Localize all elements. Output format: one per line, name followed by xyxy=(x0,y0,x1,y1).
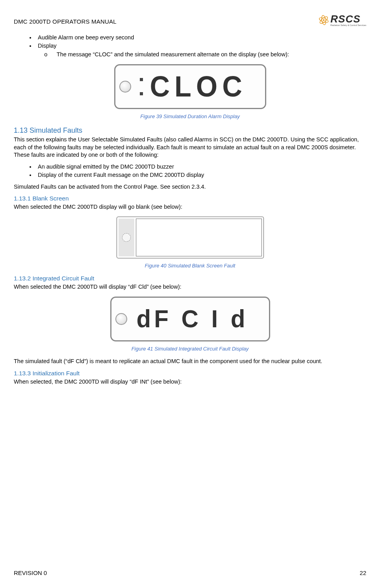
page-header: DMC 2000TD OPERATORS MANUAL RSCS Radiati… xyxy=(14,14,366,27)
top-bullet-list: Audible Alarm one beep every second Disp… xyxy=(14,34,366,59)
lcd-text: CLOC xyxy=(150,72,247,101)
fault-indicator-list: An audible signal emitted by the DMC 200… xyxy=(14,163,366,179)
logo: RSCS Radiation Safety & Control Services xyxy=(318,14,366,27)
sub-bullet-list: The message “CLOC” and the simulated mea… xyxy=(38,51,366,59)
section-para: When selected the DMC 2000TD display wil… xyxy=(14,203,366,211)
section-para: When selected, the DMC 2000TD will displ… xyxy=(14,378,366,386)
page-footer: REVISION 0 22 xyxy=(14,569,366,577)
section-heading-1133: 1.13.3 Initialization Fault xyxy=(14,369,366,378)
section-para: Simulated Faults can be activated from t… xyxy=(14,183,366,191)
device-button-icon xyxy=(119,81,131,93)
section-heading-113: 1.13 Simulated Faults xyxy=(14,126,366,135)
figure-39: CLOC Figure 39 Simulated Duration Alarm … xyxy=(14,64,366,120)
device-button-icon xyxy=(115,313,127,325)
bullet-item: Display The message “CLOC” and the simul… xyxy=(35,42,366,59)
lcd-text: dF C I d xyxy=(137,306,249,331)
atom-icon xyxy=(318,14,330,26)
colon-icon xyxy=(140,78,143,95)
section-para: When selected the DMC 2000TD will displa… xyxy=(14,283,366,291)
footer-page-number: 22 xyxy=(360,569,366,577)
dosimeter-device: dF C I d xyxy=(110,297,270,341)
logo-text: RSCS Radiation Safety & Control Services xyxy=(330,14,366,27)
figure-caption: Figure 39 Simulated Duration Alarm Displ… xyxy=(14,113,366,120)
bullet-item: An audible signal emitted by the DMC 200… xyxy=(35,163,366,171)
section-heading-1132: 1.13.2 Integrated Circuit Fault xyxy=(14,275,366,283)
header-title: DMC 2000TD OPERATORS MANUAL xyxy=(14,14,117,26)
section-heading-1131: 1.13.1 Blank Screen xyxy=(14,195,366,203)
dosimeter-device: CLOC xyxy=(114,64,266,109)
figure-40: Figure 40 Simulated Blank Screen Fault xyxy=(14,217,366,269)
section-para: The simulated fault (“dF Cld”) is meant … xyxy=(14,358,366,365)
figure-caption: Figure 41 Simulated Integrated Circuit F… xyxy=(14,345,366,352)
figure-41: dF C I d Figure 41 Simulated Integrated … xyxy=(14,297,366,352)
bullet-label: Display xyxy=(38,43,57,49)
device-button-icon xyxy=(122,233,131,242)
logo-main: RSCS xyxy=(330,14,366,24)
footer-revision: REVISION 0 xyxy=(14,569,47,577)
lcd-screen: dF C I d xyxy=(131,301,265,337)
lcd-screen: CLOC xyxy=(135,69,261,105)
bullet-item: Display of the current Fault message on … xyxy=(35,171,366,179)
page-content: Audible Alarm one beep every second Disp… xyxy=(14,34,366,386)
sub-bullet-text: The message “CLOC” and the simulated mea… xyxy=(57,51,289,58)
device-side-panel xyxy=(119,219,134,256)
svg-point-3 xyxy=(323,19,325,21)
lcd-screen-blank xyxy=(136,219,262,256)
logo-sub: Radiation Safety & Control Services xyxy=(330,24,366,27)
dosimeter-device-blank xyxy=(117,217,264,258)
figure-caption: Figure 40 Simulated Blank Screen Fault xyxy=(14,262,366,269)
sub-bullet-item: The message “CLOC” and the simulated mea… xyxy=(55,51,366,59)
bullet-item: Audible Alarm one beep every second xyxy=(35,34,366,42)
section-para: This section explains the User Selectabl… xyxy=(14,136,366,159)
